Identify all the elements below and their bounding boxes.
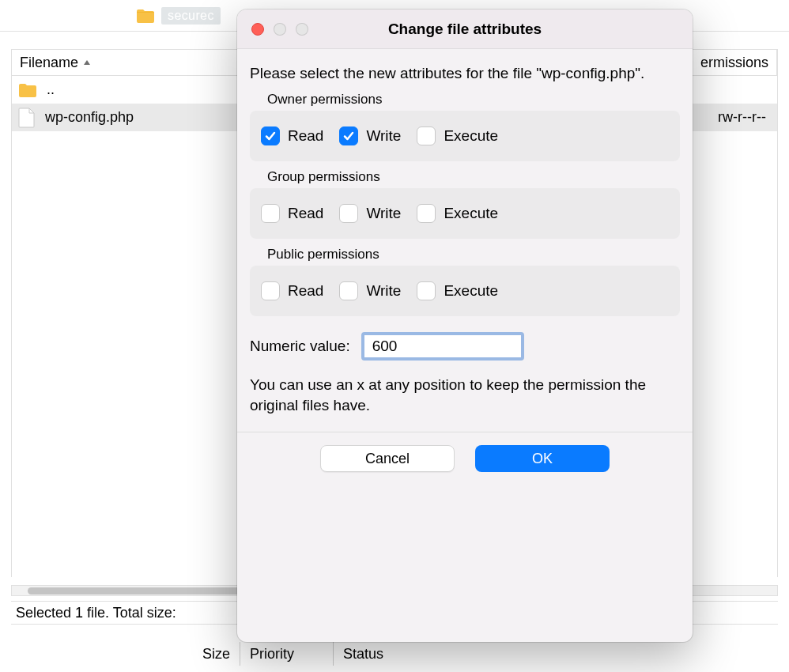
queue-header-priority-label: Priority bbox=[250, 646, 294, 663]
path-folder-label[interactable]: securec bbox=[161, 7, 221, 25]
execute-label: Execute bbox=[444, 205, 498, 222]
owner-permissions-group: Read Write Execute bbox=[250, 111, 680, 161]
execute-label: Execute bbox=[444, 127, 498, 145]
owner-write-checkbox[interactable]: Write bbox=[339, 126, 401, 145]
public-permissions-label: Public permissions bbox=[267, 247, 680, 262]
parent-dir-label: .. bbox=[47, 81, 55, 98]
queue-header-priority[interactable]: Priority bbox=[240, 642, 334, 666]
read-label: Read bbox=[288, 127, 323, 145]
folder-icon bbox=[18, 82, 37, 98]
write-label: Write bbox=[366, 205, 401, 222]
read-label: Read bbox=[288, 282, 323, 300]
transfer-queue-headers: Size Priority Status bbox=[11, 642, 778, 666]
file-permissions: rw-r--r-- bbox=[718, 109, 777, 126]
write-label: Write bbox=[366, 282, 401, 300]
numeric-value-label: Numeric value: bbox=[250, 338, 350, 355]
public-write-checkbox[interactable]: Write bbox=[339, 281, 401, 300]
numeric-value-input[interactable] bbox=[361, 332, 524, 361]
group-read-checkbox[interactable]: Read bbox=[261, 204, 323, 223]
sort-asc-icon bbox=[83, 59, 91, 66]
queue-header-size[interactable]: Size bbox=[11, 642, 240, 666]
owner-permissions-label: Owner permissions bbox=[267, 92, 680, 108]
cancel-button[interactable]: Cancel bbox=[320, 445, 455, 472]
column-header-filename-label: Filename bbox=[20, 55, 78, 71]
numeric-hint: You can use an x at any position to keep… bbox=[250, 375, 680, 416]
public-execute-checkbox[interactable]: Execute bbox=[417, 281, 498, 300]
numeric-value-row: Numeric value: bbox=[250, 332, 680, 361]
group-permissions-label: Group permissions bbox=[267, 169, 680, 185]
ok-button[interactable]: OK bbox=[475, 445, 610, 472]
dialog-body: Please select the new attributes for the… bbox=[237, 49, 693, 486]
public-permissions-group: Read Write Execute bbox=[250, 266, 680, 316]
owner-read-checkbox[interactable]: Read bbox=[261, 126, 323, 145]
public-read-checkbox[interactable]: Read bbox=[261, 281, 323, 300]
file-name: wp-config.php bbox=[45, 109, 134, 126]
queue-header-size-label: Size bbox=[202, 646, 230, 663]
owner-execute-checkbox[interactable]: Execute bbox=[417, 126, 498, 145]
write-label: Write bbox=[366, 127, 401, 145]
group-write-checkbox[interactable]: Write bbox=[339, 204, 401, 223]
change-attributes-dialog: Change file attributes Please select the… bbox=[237, 9, 693, 642]
dialog-title: Change file attributes bbox=[237, 21, 693, 38]
dialog-buttons: Cancel OK bbox=[250, 432, 680, 486]
column-header-permissions[interactable]: ermissions bbox=[693, 50, 777, 75]
execute-label: Execute bbox=[444, 282, 498, 300]
column-header-permissions-label: ermissions bbox=[700, 55, 768, 71]
queue-header-status-label: Status bbox=[343, 646, 383, 663]
folder-icon bbox=[136, 8, 155, 24]
group-permissions-group: Read Write Execute bbox=[250, 188, 680, 239]
status-text: Selected 1 file. Total size: bbox=[16, 605, 176, 621]
dialog-intro: Please select the new attributes for the… bbox=[250, 63, 680, 84]
read-label: Read bbox=[288, 205, 323, 222]
dialog-titlebar[interactable]: Change file attributes bbox=[237, 9, 693, 49]
file-icon bbox=[18, 108, 36, 128]
group-execute-checkbox[interactable]: Execute bbox=[417, 204, 498, 223]
queue-header-status[interactable]: Status bbox=[334, 642, 778, 666]
